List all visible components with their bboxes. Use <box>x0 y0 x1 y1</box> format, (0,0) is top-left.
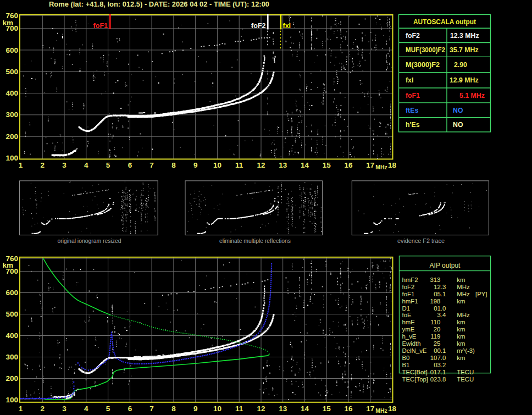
svg-text:8: 8 <box>171 405 176 413</box>
svg-text:B0: B0 <box>402 355 410 361</box>
svg-text:[PY]: [PY] <box>475 291 487 297</box>
svg-text:6: 6 <box>128 405 132 413</box>
svg-text:14: 14 <box>301 161 309 169</box>
svg-text:500: 500 <box>5 310 18 318</box>
svg-text:400: 400 <box>5 331 18 340</box>
svg-text:110: 110 <box>430 319 440 325</box>
svg-text:13: 13 <box>279 405 287 413</box>
svg-text:m^(-3): m^(-3) <box>457 347 475 354</box>
svg-text:13: 13 <box>279 161 287 169</box>
svg-text:MHz: MHz <box>375 407 387 414</box>
svg-text:AIP output: AIP output <box>430 262 461 269</box>
svg-text:2: 2 <box>41 405 45 413</box>
svg-text:Ewidth: Ewidth <box>402 340 421 347</box>
svg-text:5.1 MHz: 5.1 MHz <box>459 92 485 99</box>
svg-text:km: km <box>457 355 465 361</box>
svg-text:10: 10 <box>213 405 221 413</box>
svg-text:8: 8 <box>171 161 176 169</box>
svg-text:km: km <box>457 333 465 340</box>
svg-text:km: km <box>457 326 465 333</box>
svg-text:00.1: 00.1 <box>434 347 446 354</box>
svg-text:MHz: MHz <box>457 291 470 297</box>
svg-text:hmE: hmE <box>402 319 415 325</box>
svg-text:fxI: fxI <box>406 76 413 84</box>
svg-text:3: 3 <box>62 161 66 169</box>
svg-text:7: 7 <box>149 161 154 169</box>
svg-text:DelN_vE: DelN_vE <box>402 347 427 354</box>
svg-text:12.9 MHz: 12.9 MHz <box>450 76 479 84</box>
svg-text:km: km <box>457 319 465 325</box>
svg-text:1: 1 <box>19 405 23 413</box>
svg-text:11: 11 <box>235 405 243 413</box>
svg-text:ftEs: ftEs <box>406 107 418 114</box>
svg-text:D1: D1 <box>402 305 411 312</box>
svg-text:25: 25 <box>434 340 441 347</box>
svg-text:B1: B1 <box>402 362 410 368</box>
svg-text:400: 400 <box>5 89 18 97</box>
svg-text:foF2: foF2 <box>406 32 420 40</box>
svg-text:313: 313 <box>430 276 440 283</box>
svg-text:5: 5 <box>106 161 110 169</box>
svg-text:foF2: foF2 <box>402 284 415 290</box>
svg-text:600: 600 <box>5 289 18 297</box>
svg-text:2.90: 2.90 <box>454 61 467 69</box>
svg-text:12: 12 <box>257 405 265 413</box>
svg-text:01.0: 01.0 <box>434 305 446 312</box>
svg-text:foF2: foF2 <box>251 22 265 30</box>
svg-text:h_vE: h_vE <box>402 333 417 340</box>
svg-text:17: 17 <box>366 405 374 413</box>
svg-text:18: 18 <box>388 161 397 169</box>
svg-text:16: 16 <box>345 161 353 169</box>
svg-text:4: 4 <box>84 161 88 169</box>
svg-text:foF1: foF1 <box>402 291 415 297</box>
svg-text:7: 7 <box>149 405 154 413</box>
svg-text:Rome (lat: +41.8, lon: 012.5): Rome (lat: +41.8, lon: 012.5) - DATE: 20… <box>49 0 269 8</box>
svg-text:TEC[Bot]: TEC[Bot] <box>402 369 428 375</box>
svg-text:3: 3 <box>62 405 66 413</box>
svg-text:6: 6 <box>128 161 132 169</box>
svg-text:MUF(3000)F2: MUF(3000)F2 <box>406 46 445 54</box>
svg-text:200: 200 <box>5 374 18 383</box>
svg-text:198: 198 <box>430 298 440 305</box>
svg-text:km: km <box>2 261 13 269</box>
svg-text:100: 100 <box>5 154 18 162</box>
svg-text:20: 20 <box>434 326 441 333</box>
svg-text:km: km <box>457 340 465 347</box>
svg-text:300: 300 <box>5 110 18 119</box>
svg-text:km: km <box>457 298 465 305</box>
svg-text:05.1: 05.1 <box>434 291 446 297</box>
svg-text:hmF2: hmF2 <box>402 276 418 283</box>
svg-text:TECU: TECU <box>457 376 474 383</box>
svg-text:18: 18 <box>388 405 397 413</box>
svg-text:9: 9 <box>193 405 198 413</box>
svg-text:16: 16 <box>345 405 353 413</box>
svg-text:MHz: MHz <box>457 312 470 318</box>
svg-text:foE: foE <box>402 312 412 318</box>
svg-text:TEC[Top]: TEC[Top] <box>402 376 428 383</box>
svg-text:017.1: 017.1 <box>430 369 446 375</box>
svg-text:foF1: foF1 <box>406 92 420 99</box>
svg-text:M(3000)F2: M(3000)F2 <box>406 61 440 69</box>
svg-text:evidence F2 trace: evidence F2 trace <box>397 237 445 244</box>
svg-text:h'Es: h'Es <box>406 121 420 129</box>
svg-text:2: 2 <box>41 161 45 169</box>
svg-text:10: 10 <box>213 161 221 169</box>
svg-text:3.4: 3.4 <box>437 312 446 318</box>
svg-text:5: 5 <box>106 405 110 413</box>
svg-text:NO: NO <box>453 107 463 114</box>
svg-text:15: 15 <box>323 405 331 413</box>
svg-text:9: 9 <box>193 161 198 169</box>
svg-text:12.3: 12.3 <box>434 284 446 290</box>
svg-text:119: 119 <box>430 333 440 340</box>
svg-text:TECU: TECU <box>457 369 474 375</box>
svg-text:hmF1: hmF1 <box>402 298 418 305</box>
svg-text:12.3 MHz: 12.3 MHz <box>450 32 479 40</box>
svg-text:original ionogram resized: original ionogram resized <box>58 237 121 244</box>
svg-text:ymE: ymE <box>402 326 415 333</box>
svg-text:12: 12 <box>257 161 265 169</box>
svg-text:300: 300 <box>5 353 18 361</box>
svg-text:600: 600 <box>5 46 18 54</box>
svg-text:100: 100 <box>5 396 18 404</box>
svg-text:35.7 MHz: 35.7 MHz <box>450 46 479 54</box>
svg-text:MHz: MHz <box>457 284 470 290</box>
